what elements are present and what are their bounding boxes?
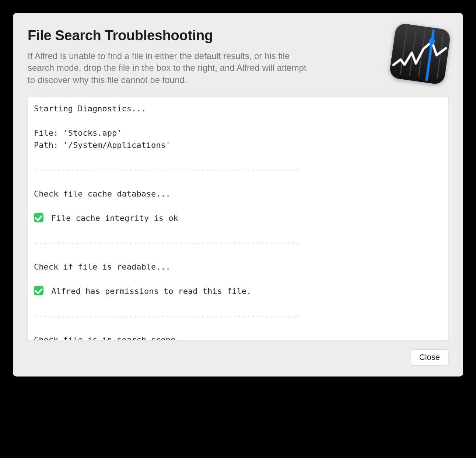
page-description: If Alfred is unable to find a file in ei…	[28, 50, 308, 86]
close-button[interactable]: Close	[411, 349, 448, 365]
check-icon	[34, 286, 43, 295]
check-icon	[34, 213, 43, 222]
stocks-app-icon	[389, 22, 451, 85]
drop-target-app-icon[interactable]	[389, 22, 451, 85]
footer: Close	[28, 340, 448, 365]
header: File Search Troubleshooting If Alfred is…	[28, 28, 448, 86]
header-text: File Search Troubleshooting If Alfred is…	[28, 28, 392, 86]
troubleshooting-window: File Search Troubleshooting If Alfred is…	[13, 13, 463, 377]
page-title: File Search Troubleshooting	[28, 28, 378, 44]
diagnostics-output[interactable]: Starting Diagnostics... File: 'Stocks.ap…	[28, 97, 448, 340]
diagnostics-text: Starting Diagnostics... File: 'Stocks.ap…	[28, 97, 448, 340]
